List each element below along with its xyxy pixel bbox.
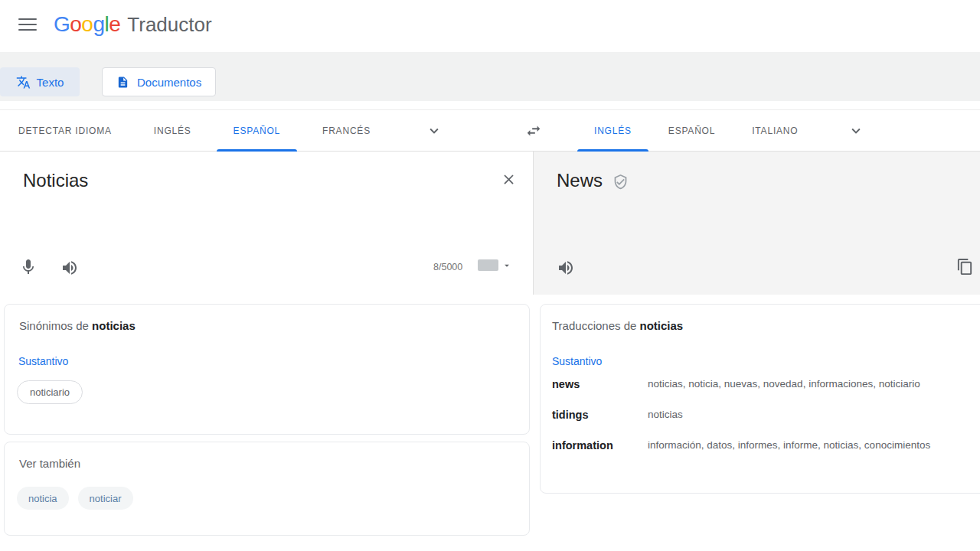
logo-letter: g [93, 12, 104, 36]
see-also-title: Ver también [19, 457, 80, 470]
part-of-speech-label: Sustantivo [18, 355, 68, 367]
translate-panels: Noticias 8/5000 News [0, 152, 980, 295]
source-lang-english[interactable]: INGLÉS [154, 110, 191, 152]
product-name: Traductor [127, 13, 211, 37]
see-also-chip[interactable]: noticia [17, 487, 69, 510]
see-also-chip[interactable]: noticiar [78, 487, 133, 510]
tab-text[interactable]: Texto [0, 67, 80, 96]
clear-source-close-icon[interactable] [498, 168, 519, 190]
logo-letter: o [81, 12, 93, 36]
tab-text-label: Texto [37, 76, 64, 89]
translation-panel: News [534, 152, 980, 295]
see-also-chips: noticia noticiar [17, 487, 133, 510]
target-lang-english-selected[interactable]: INGLÉS [594, 110, 632, 152]
tab-documents-label: Documentos [137, 76, 201, 89]
header: Google Traductor [0, 0, 980, 52]
synonym-chip[interactable]: noticiario [17, 380, 83, 404]
synonym-chips: noticiario [17, 380, 83, 404]
target-more-languages-chevron-down-icon[interactable] [848, 110, 864, 152]
listen-translation-speaker-icon[interactable] [557, 259, 575, 277]
translate-icon [16, 75, 31, 90]
translation-values: información, datos, informes, informe, n… [648, 439, 930, 451]
swap-languages-icon[interactable] [525, 110, 542, 152]
translation-table-row[interactable]: tidings noticias [552, 409, 978, 439]
listen-source-speaker-icon[interactable] [60, 259, 79, 277]
logo-letter: e [109, 12, 120, 36]
translation-text: News [557, 170, 603, 191]
translation-table-row[interactable]: information información, datos, informes… [552, 439, 978, 470]
logo-letter: G [54, 12, 70, 36]
translations-title: Traducciones de noticias [552, 319, 683, 332]
target-lang-italian[interactable]: ITALIANO [752, 110, 798, 152]
translations-card: Traducciones de noticias Sustantivo news… [540, 304, 980, 494]
source-lang-spanish-selected[interactable]: ESPAÑOL [234, 110, 280, 152]
synonyms-title: Sinónimos de noticias [19, 319, 136, 332]
toolbar-band: Texto Documentos [0, 52, 980, 101]
copy-translation-icon[interactable] [956, 258, 974, 276]
virtual-keyboard-button[interactable] [478, 259, 512, 271]
language-bar: DETECTAR IDIOMA INGLÉS ESPAÑOL FRANCÉS I… [0, 109, 980, 152]
source-more-languages-chevron-down-icon[interactable] [426, 110, 443, 152]
character-counter: 8/5000 [433, 262, 462, 272]
translation-values: noticias [648, 409, 683, 420]
keyboard-icon [478, 259, 498, 271]
verified-translation-shield-icon [612, 174, 629, 190]
translation-table-row[interactable]: news noticias, noticia, nuevas, novedad,… [552, 378, 978, 409]
see-also-card: Ver también noticia noticiar [4, 442, 530, 536]
source-lang-french[interactable]: FRANCÉS [322, 110, 371, 152]
translations-title-word: noticias [640, 319, 684, 332]
translations-table: news noticias, noticia, nuevas, novedad,… [552, 378, 978, 470]
translation-word[interactable]: information [552, 439, 648, 452]
tab-documents[interactable]: Documentos [102, 67, 216, 96]
source-language-tabs: DETECTAR IDIOMA INGLÉS ESPAÑOL FRANCÉS [18, 110, 443, 152]
source-text-panel: Noticias 8/5000 [0, 152, 534, 295]
hamburger-menu-icon[interactable] [18, 15, 40, 34]
translations-title-prefix: Traducciones de [552, 319, 636, 332]
synonyms-title-prefix: Sinónimos de [19, 319, 89, 332]
translation-values: noticias, noticia, nuevas, novedad, info… [648, 378, 920, 390]
document-icon [116, 76, 129, 89]
translation-word[interactable]: tidings [552, 409, 648, 421]
logo-letter: o [70, 12, 81, 36]
translation-word[interactable]: news [552, 378, 648, 390]
source-lang-detect[interactable]: DETECTAR IDIOMA [18, 110, 112, 152]
google-logo[interactable]: Google Traductor [54, 12, 212, 37]
part-of-speech-label: Sustantivo [552, 355, 602, 367]
google-translate-app: Google Traductor Texto Documentos DETECT… [0, 0, 980, 551]
synonyms-title-word: noticias [92, 319, 136, 332]
translation-row: News [557, 170, 629, 191]
source-text-input[interactable]: Noticias [23, 170, 88, 191]
target-lang-spanish[interactable]: ESPAÑOL [668, 110, 715, 152]
google-logo-word: Google [54, 12, 120, 37]
keyboard-caret-down-icon [501, 260, 512, 271]
microphone-icon[interactable] [19, 258, 38, 276]
synonyms-card: Sinónimos de noticias Sustantivo noticia… [4, 304, 530, 435]
target-language-tabs: INGLÉS ESPAÑOL ITALIANO [525, 110, 864, 152]
